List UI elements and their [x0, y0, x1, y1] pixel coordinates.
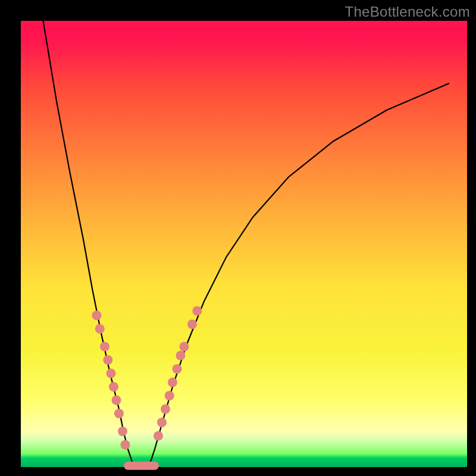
data-dot [168, 378, 177, 387]
plot-area [21, 21, 467, 467]
watermark-text: TheBottleneck.com [345, 4, 470, 20]
data-dot [173, 364, 182, 374]
data-dot [180, 342, 189, 352]
data-dot [114, 409, 124, 418]
data-dot [112, 396, 121, 405]
data-dot [118, 427, 127, 436]
data-dot [121, 440, 130, 450]
dots-right [154, 306, 202, 441]
chart-frame: TheBottleneck.com [0, 0, 476, 476]
dots-left [92, 311, 130, 450]
data-dot [161, 405, 170, 414]
data-dot [165, 391, 174, 400]
data-dot [176, 351, 186, 361]
data-dot [103, 355, 112, 365]
data-dot [107, 369, 116, 378]
data-dot [100, 342, 109, 352]
right-curve [151, 83, 450, 463]
chart-svg [21, 21, 467, 467]
data-dot [192, 306, 202, 316]
data-dot [154, 431, 163, 441]
data-dot [95, 324, 105, 334]
data-dot [187, 320, 197, 329]
data-dot [109, 382, 118, 392]
data-dot [157, 418, 167, 427]
data-dot [92, 311, 102, 320]
